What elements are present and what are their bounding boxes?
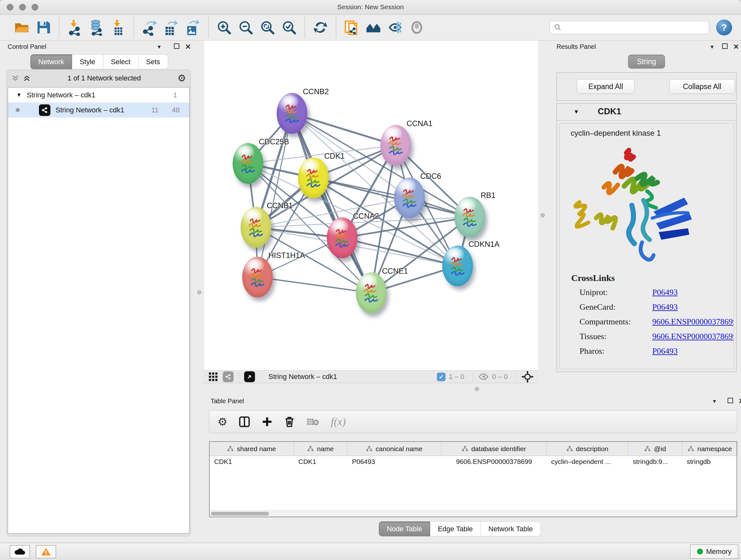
table-cell[interactable]: P06493	[347, 456, 441, 468]
memory-button[interactable]: Memory	[690, 544, 738, 559]
network-node-cdc25b[interactable]	[232, 143, 263, 184]
network-node-ccna1[interactable]	[381, 125, 411, 166]
network-node-ccne1[interactable]	[356, 272, 387, 313]
entry-expander-icon[interactable]: ▼	[574, 109, 579, 115]
network-collection-row[interactable]: ▼ String Network – cdk1 1	[8, 87, 189, 103]
network-edge[interactable]	[313, 178, 470, 217]
export-table-icon[interactable]	[163, 19, 179, 36]
show-graphics-icon[interactable]	[408, 19, 425, 36]
tab-edge-table[interactable]: Edge Table	[430, 521, 481, 537]
network-node-cdkn1a[interactable]	[442, 246, 473, 287]
crosslink-value-link[interactable]: 9606.ENSP00000378699	[652, 317, 734, 327]
network-node-hist1h1a[interactable]	[242, 257, 273, 298]
tab-sets[interactable]: Sets	[138, 54, 168, 69]
help-button[interactable]: ?	[716, 19, 732, 36]
column-header-description[interactable]: description	[547, 442, 628, 455]
maximize-panel-icon[interactable]	[174, 44, 179, 51]
collapse-all-icon[interactable]	[11, 74, 19, 82]
zoom-in-icon[interactable]	[216, 19, 232, 36]
expand-all-icon[interactable]	[23, 74, 31, 82]
table-cell[interactable]: CDK1	[294, 456, 347, 468]
apply-layout-icon[interactable]	[312, 19, 329, 36]
grid-view-icon[interactable]	[208, 372, 218, 382]
network-edge[interactable]	[292, 113, 396, 145]
open-session-icon[interactable]	[13, 19, 30, 36]
close-panel-icon[interactable]: ✕	[733, 43, 739, 51]
maximize-panel-icon[interactable]	[728, 398, 733, 405]
tab-network-table[interactable]: Network Table	[481, 521, 541, 537]
table-cell[interactable]: stringdb	[682, 456, 738, 468]
tab-select[interactable]: Select	[104, 54, 138, 69]
search-input[interactable]	[562, 23, 705, 32]
network-node-ccna2[interactable]	[327, 217, 357, 258]
export-image-icon[interactable]	[185, 19, 201, 36]
birds-eye-view-icon[interactable]	[522, 371, 534, 383]
table-cell[interactable]: stringdb:9...	[628, 456, 682, 468]
column-header-name[interactable]: name	[294, 442, 347, 455]
float-panel-icon[interactable]: ▾	[711, 43, 714, 51]
maximize-panel-icon[interactable]	[722, 44, 728, 51]
float-panel-icon[interactable]: ▾	[158, 43, 161, 51]
crosslink-value-link[interactable]: P06493	[652, 302, 677, 312]
table-cell[interactable]: 9606.ENSP00000378699	[441, 456, 547, 468]
close-panel-icon[interactable]: ✕	[185, 43, 191, 51]
annotations-icon[interactable]	[343, 19, 360, 36]
show-columns-icon[interactable]	[239, 416, 250, 428]
column-header-database-identifier[interactable]: database identifier	[441, 442, 547, 455]
add-column-icon[interactable]	[262, 416, 273, 427]
detach-view-icon[interactable]	[244, 371, 255, 382]
tab-style[interactable]: Style	[72, 54, 104, 69]
column-header-shared-name[interactable]: shared name	[210, 442, 294, 455]
network-options-gear-icon[interactable]: ⚙	[178, 73, 186, 83]
result-entry-header[interactable]: ▼ CDK1	[557, 104, 736, 121]
network-row[interactable]: String Network – cdk1 11 48	[8, 103, 189, 118]
zoom-out-icon[interactable]	[238, 19, 254, 36]
column-header-namespace[interactable]: namespace	[682, 442, 738, 455]
table-hscrollbar[interactable]	[210, 510, 737, 516]
network-view-canvas[interactable]: CCNB2 CCNA1 CDC25B CDK1 CDC6 RB1 CCNB1 C…	[204, 41, 538, 370]
column-header-canonical-name[interactable]: canonical name	[347, 442, 441, 455]
network-node-cdk1[interactable]	[298, 158, 329, 198]
network-edge[interactable]	[258, 277, 371, 293]
zoom-selected-icon[interactable]	[281, 19, 297, 36]
warnings-button[interactable]	[36, 545, 56, 558]
zoom-fit-icon[interactable]	[259, 19, 276, 36]
export-network-icon[interactable]	[141, 19, 158, 36]
network-overview-icon[interactable]	[365, 19, 382, 36]
cloud-button[interactable]	[10, 545, 30, 558]
network-node-ccnb1[interactable]	[241, 207, 271, 248]
crosslink-value-link[interactable]: P06493	[652, 347, 677, 356]
table-cell[interactable]: CDK1	[210, 456, 294, 468]
expand-all-button[interactable]: Expand All	[577, 79, 635, 94]
tab-network[interactable]: Network	[30, 54, 72, 69]
hide-graphics-icon[interactable]	[387, 19, 403, 36]
network-node-cdc6[interactable]	[394, 178, 425, 219]
table-cell[interactable]: cyclin–dependent ...	[547, 456, 628, 468]
table-options-gear-icon[interactable]: ⚙	[218, 416, 227, 427]
splitter-handle[interactable]	[475, 387, 479, 391]
table-row[interactable]: CDK1CDK1P064939606.ENSP00000378699cyclin…	[210, 456, 737, 468]
tab-node-table[interactable]: Node Table	[379, 521, 430, 537]
import-network-icon[interactable]	[66, 19, 83, 36]
float-panel-icon[interactable]: ▾	[713, 397, 716, 405]
horizontal-splitter[interactable]	[203, 383, 538, 394]
delete-column-icon[interactable]	[284, 416, 295, 428]
network-edge[interactable]	[292, 113, 371, 293]
collapse-all-button[interactable]: Collapse All	[669, 79, 735, 94]
crosslink-value-link[interactable]: 9606.ENSP00000378699	[652, 332, 734, 341]
network-node-ccnb2[interactable]	[277, 93, 307, 134]
crosslink-value-link[interactable]: P06493	[652, 288, 677, 297]
left-splitter-handle[interactable]	[197, 290, 201, 294]
network-view-mode-icon[interactable]	[223, 371, 233, 382]
close-panel-icon[interactable]: ✕	[738, 397, 741, 406]
column-header--id[interactable]: @id	[628, 442, 682, 455]
collection-expander-icon[interactable]: ▼	[16, 92, 22, 98]
import-table-icon[interactable]	[110, 19, 126, 36]
selected-checkbox-icon[interactable]: ✓	[437, 373, 446, 381]
hscrollbar-thumb[interactable]	[211, 512, 269, 516]
network-node-rb1[interactable]	[455, 197, 485, 238]
right-splitter-handle[interactable]	[541, 213, 545, 217]
save-session-icon[interactable]	[35, 19, 52, 36]
import-database-icon[interactable]	[88, 19, 105, 36]
tab-string[interactable]: String	[628, 55, 665, 69]
